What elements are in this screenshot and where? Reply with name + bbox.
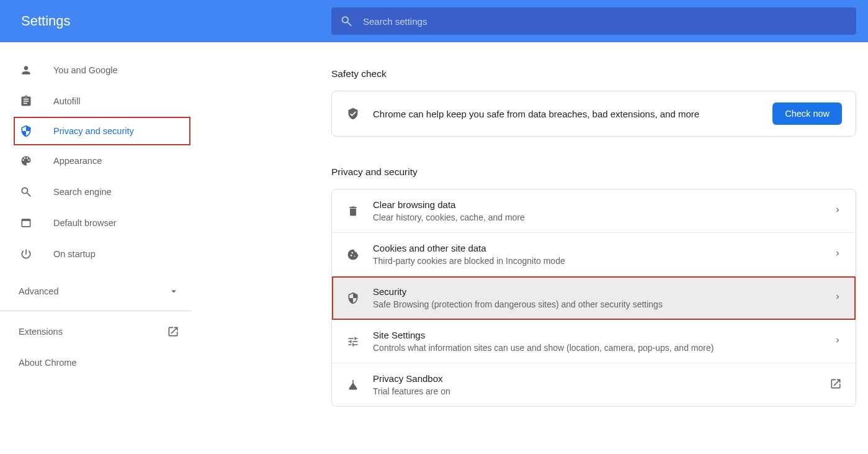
privacy-card: Clear browsing data Clear history, cooki…: [331, 189, 856, 407]
row-subtitle: Safe Browsing (protection from dangerous…: [373, 299, 833, 309]
row-cookies[interactable]: Cookies and other site data Third-party …: [332, 233, 856, 276]
palette-icon: [19, 153, 34, 168]
row-texts: Clear browsing data Clear history, cooki…: [373, 199, 833, 222]
chevron-down-icon: [168, 286, 179, 297]
sidebar-item-label: Default browser: [53, 218, 117, 228]
main-content: Safety check Chrome can help keep you sa…: [192, 42, 868, 454]
main-inner: Safety check Chrome can help keep you sa…: [331, 65, 856, 435]
row-privacy-sandbox[interactable]: Privacy Sandbox Trial features are on: [332, 363, 856, 406]
safety-check-row: Chrome can help keep you safe from data …: [332, 91, 856, 136]
row-title: Security: [373, 286, 833, 297]
sidebar-item-you-and-google[interactable]: You and Google: [0, 55, 192, 86]
row-texts: Privacy Sandbox Trial features are on: [373, 373, 830, 396]
sidebar-item-search-engine[interactable]: Search engine: [0, 176, 192, 207]
clipboard-icon: [19, 94, 34, 109]
row-title: Clear browsing data: [373, 199, 833, 210]
sidebar-item-label: Appearance: [53, 156, 102, 166]
search-container: [331, 7, 856, 35]
shield-icon: [19, 124, 34, 138]
row-title: Site Settings: [373, 330, 833, 340]
cookie-icon: [346, 247, 360, 262]
row-subtitle: Trial features are on: [373, 386, 830, 396]
sidebar-item-label: Autofill: [53, 96, 81, 106]
row-subtitle: Controls what information sites can use …: [373, 343, 833, 353]
row-site-settings[interactable]: Site Settings Controls what information …: [332, 320, 856, 363]
chevron-right-icon: [833, 293, 842, 304]
open-external-icon: [830, 378, 842, 393]
safety-check-text: Chrome can help keep you safe from data …: [373, 109, 772, 119]
row-texts: Cookies and other site data Third-party …: [373, 243, 833, 266]
row-clear-browsing-data[interactable]: Clear browsing data Clear history, cooki…: [332, 189, 856, 233]
open-external-icon: [167, 325, 179, 338]
search-icon: [19, 184, 34, 199]
row-security[interactable]: Security Safe Browsing (protection from …: [332, 276, 856, 320]
sidebar-advanced-label: Advanced: [19, 286, 59, 296]
settings-title: Settings: [0, 13, 192, 29]
sidebar-item-default-browser[interactable]: Default browser: [0, 207, 192, 238]
row-title: Privacy Sandbox: [373, 373, 830, 384]
sidebar-item-privacy-security[interactable]: Privacy and security: [19, 124, 134, 138]
check-now-button[interactable]: Check now: [772, 102, 842, 125]
tune-icon: [346, 334, 360, 349]
chevron-right-icon: [833, 206, 842, 217]
sidebar-item-label: On startup: [53, 249, 96, 259]
search-input[interactable]: [363, 16, 848, 27]
row-title: Cookies and other site data: [373, 243, 833, 253]
sidebar-item-on-startup[interactable]: On startup: [0, 238, 192, 270]
sidebar-advanced[interactable]: Advanced: [0, 276, 192, 307]
safety-check-card: Chrome can help keep you safe from data …: [331, 91, 856, 137]
sidebar: You and Google Autofill Privacy and secu…: [0, 42, 192, 454]
flask-icon: [346, 378, 360, 393]
power-icon: [19, 247, 34, 261]
sidebar-item-label: Privacy and security: [53, 126, 134, 136]
sidebar-item-extensions[interactable]: Extensions: [0, 316, 192, 347]
section-title-privacy: Privacy and security: [331, 137, 856, 189]
sidebar-highlight: Privacy and security: [14, 117, 190, 145]
sidebar-separator: [0, 311, 192, 311]
sidebar-item-label: Search engine: [53, 187, 112, 197]
row-texts: Security Safe Browsing (protection from …: [373, 286, 833, 309]
sidebar-extensions-label: Extensions: [19, 327, 63, 337]
row-subtitle: Clear history, cookies, cache, and more: [373, 212, 833, 222]
chevron-right-icon: [833, 336, 842, 347]
row-subtitle: Third-party cookies are blocked in Incog…: [373, 256, 833, 266]
sidebar-item-about[interactable]: About Chrome: [0, 347, 192, 378]
search-icon: [340, 14, 353, 28]
sidebar-item-label: You and Google: [53, 65, 117, 75]
shield-icon: [346, 291, 360, 306]
search-box[interactable]: [331, 7, 856, 35]
body: You and Google Autofill Privacy and secu…: [0, 42, 868, 454]
browser-icon: [19, 216, 34, 230]
section-title-safety: Safety check: [331, 65, 856, 91]
sidebar-about-label: About Chrome: [19, 358, 77, 368]
sidebar-item-appearance[interactable]: Appearance: [0, 145, 192, 176]
chevron-right-icon: [833, 249, 842, 260]
shield-check-icon: [346, 106, 360, 121]
row-texts: Site Settings Controls what information …: [373, 330, 833, 353]
settings-header: Settings: [0, 0, 868, 42]
sidebar-item-autofill[interactable]: Autofill: [0, 86, 192, 117]
trash-icon: [346, 204, 360, 219]
person-icon: [19, 63, 34, 78]
